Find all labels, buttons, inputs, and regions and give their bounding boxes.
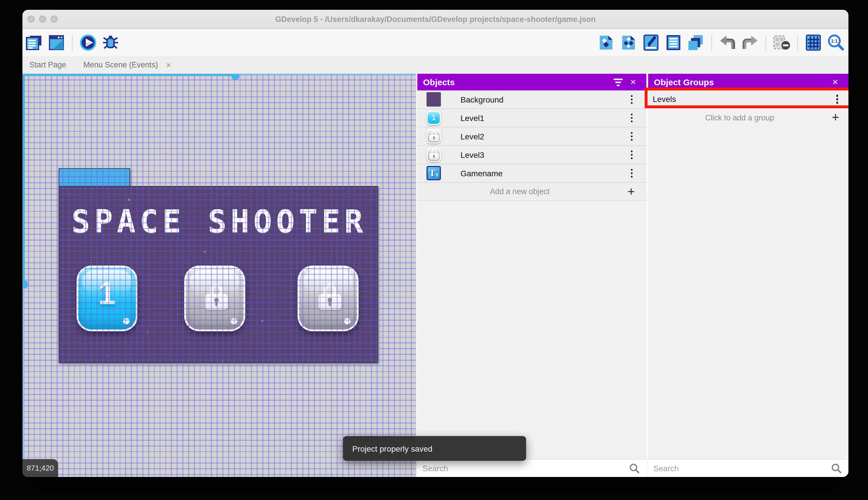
text-icon-T: T xyxy=(429,167,436,179)
objects-search-input[interactable] xyxy=(417,463,601,474)
background-swatch-icon xyxy=(426,92,441,106)
add-new-object-row[interactable]: Add a new object + xyxy=(417,183,646,201)
toggle-grid-button[interactable] xyxy=(805,33,822,52)
screenshot-stage: GDevelop 5 - /Users/dkarakay/Documents/G… xyxy=(0,0,868,500)
close-panel-icon[interactable]: × xyxy=(828,75,843,90)
group-name: Levels xyxy=(653,94,676,104)
groups-search-input[interactable] xyxy=(648,463,808,474)
thumb-number: 1 xyxy=(432,113,436,122)
locked-button-icon xyxy=(426,147,441,162)
debug-bug-icon xyxy=(103,35,119,51)
close-panel-icon[interactable]: × xyxy=(626,75,641,90)
title-bar: GDevelop 5 - /Users/dkarakay/Documents/G… xyxy=(22,10,848,29)
instances-list-button[interactable] xyxy=(665,33,682,52)
cursor-coordinates-badge: 871;420 xyxy=(22,459,58,477)
search-icon xyxy=(629,463,640,476)
lock-icon xyxy=(429,130,438,141)
groups-search-bar xyxy=(648,459,848,477)
object-row-background[interactable]: Background xyxy=(417,90,646,109)
object-menu-kebab-icon[interactable] xyxy=(631,150,633,159)
object-name: Level3 xyxy=(460,150,484,159)
object-groups-panel: Object Groups × Levels Click to add a gr… xyxy=(648,74,848,477)
debug-button[interactable] xyxy=(102,33,119,52)
level2-locked-button-object[interactable] xyxy=(184,265,245,331)
object-row-level1[interactable]: 1 Level1 xyxy=(417,109,646,127)
add-group-row[interactable]: Click to add a group + xyxy=(648,108,848,127)
instances-list-icon xyxy=(666,35,681,51)
zoom-label: 1:1 xyxy=(831,38,837,44)
plus-icon[interactable]: + xyxy=(832,111,839,124)
play-icon xyxy=(80,34,97,51)
horizontal-scrollbar-track[interactable] xyxy=(239,74,416,76)
objects-search-bar xyxy=(417,459,646,477)
toolbar-separator xyxy=(712,35,712,50)
layers-editor-button[interactable] xyxy=(687,33,705,52)
vertical-scrollbar[interactable] xyxy=(22,74,25,285)
tab-start-page[interactable]: Start Page xyxy=(22,56,73,74)
object-groups-panel-title: Object Groups xyxy=(654,77,714,87)
level1-number: 1 xyxy=(78,274,136,311)
undo-button[interactable] xyxy=(719,33,736,52)
redo-button[interactable] xyxy=(741,33,759,52)
filter-icon[interactable] xyxy=(611,75,626,90)
object-name: Gamename xyxy=(460,169,503,178)
level1-button-icon: 1 xyxy=(426,111,441,125)
object-name: Level1 xyxy=(460,113,484,122)
objects-panel-header: Objects × xyxy=(417,74,646,90)
scene-properties-button[interactable] xyxy=(642,33,660,52)
redo-icon xyxy=(741,35,759,50)
object-row-level3[interactable]: Level3 xyxy=(417,146,646,164)
toggle-mask-button[interactable] xyxy=(773,33,790,52)
start-page-button[interactable] xyxy=(48,33,65,52)
objects-editor-icon xyxy=(599,35,613,51)
save-toast: Project properly saved xyxy=(343,436,526,461)
vertical-scrollbar-thumb[interactable] xyxy=(22,281,28,288)
level1-button-object[interactable]: 1 xyxy=(77,265,138,331)
lock-icon xyxy=(318,283,341,310)
scene-canvas[interactable]: SPACE SHOOTER 1 xyxy=(22,74,416,477)
edit-pencil-icon xyxy=(644,35,658,51)
locked-button-icon xyxy=(426,129,441,144)
editor-tab-bar: Start Page Menu Scene × Menu Scene (Even… xyxy=(22,56,848,74)
tab-label: Menu Scene (Events) xyxy=(83,60,158,69)
horizontal-scrollbar-thumb[interactable] xyxy=(231,74,239,80)
text-object-icon: T x xyxy=(426,166,441,180)
undo-icon xyxy=(719,35,736,50)
window-title: GDevelop 5 - /Users/dkarakay/Documents/G… xyxy=(22,15,848,23)
scene-title-text-object[interactable]: SPACE SHOOTER xyxy=(71,206,371,237)
project-manager-icon xyxy=(26,35,42,50)
lock-icon xyxy=(205,283,228,310)
level3-locked-button-object[interactable] xyxy=(297,265,359,331)
horizontal-scrollbar[interactable] xyxy=(22,74,239,76)
open-object-groups-editor-button[interactable] xyxy=(620,33,637,52)
tab-close-icon[interactable]: × xyxy=(166,60,171,69)
object-menu-kebab-icon[interactable] xyxy=(631,169,633,178)
plus-icon[interactable]: + xyxy=(627,185,635,198)
add-new-object-label: Add a new object xyxy=(490,187,574,196)
main-toolbar: 1:1 xyxy=(22,30,848,56)
object-row-gamename[interactable]: T x Gamename xyxy=(417,164,646,183)
object-menu-kebab-icon[interactable] xyxy=(631,113,633,122)
objects-panel: Objects × Background xyxy=(417,74,646,477)
vertical-scrollbar-track[interactable] xyxy=(22,285,25,477)
play-preview-button[interactable] xyxy=(80,33,97,52)
app-window: GDevelop 5 - /Users/dkarakay/Documents/G… xyxy=(22,10,848,477)
add-group-label: Click to add a group xyxy=(705,113,791,122)
object-menu-kebab-icon[interactable] xyxy=(631,95,633,104)
open-objects-editor-button[interactable] xyxy=(597,33,615,52)
object-menu-kebab-icon[interactable] xyxy=(631,132,633,141)
toolbar-separator xyxy=(797,35,798,50)
toolbar-separator xyxy=(72,35,72,50)
group-row-levels[interactable]: Levels xyxy=(648,90,848,108)
text-icon-x: x xyxy=(435,171,438,179)
editor-content: SPACE SHOOTER 1 xyxy=(22,74,848,477)
project-manager-button[interactable] xyxy=(25,33,43,52)
game-scene-background[interactable]: SPACE SHOOTER 1 xyxy=(59,186,378,363)
tab-menu-scene-events[interactable]: Menu Scene (Events) × xyxy=(73,56,181,74)
star-specks xyxy=(59,186,60,188)
zoom-original-button[interactable]: 1:1 xyxy=(827,33,844,52)
object-row-level2[interactable]: Level2 xyxy=(417,127,646,146)
toast-message: Project properly saved xyxy=(352,444,433,453)
group-menu-kebab-icon[interactable] xyxy=(836,95,838,104)
mask-disabled-icon xyxy=(773,35,790,51)
